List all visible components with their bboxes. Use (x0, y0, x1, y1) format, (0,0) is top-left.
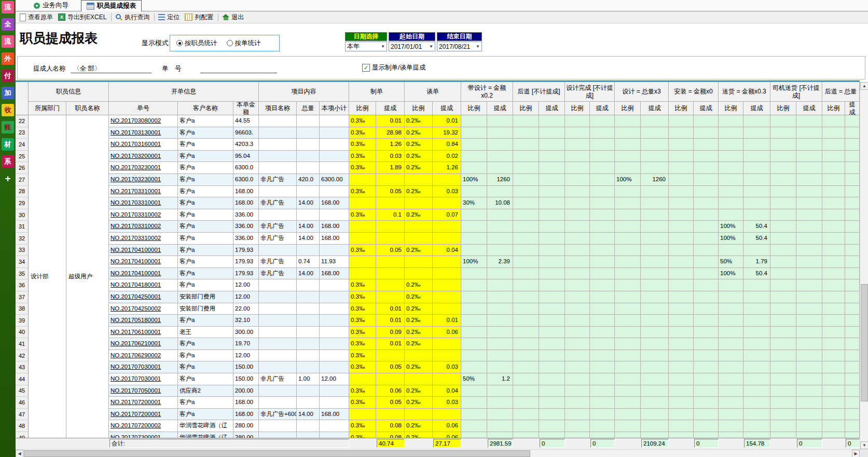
vertical-scroll-thumb[interactable] (861, 284, 868, 401)
vertical-scrollbar[interactable]: ▲ ▼ (860, 82, 868, 449)
cell-customer: 客户a (178, 279, 233, 291)
table-row: NO.201707200001客户a168.000.3‰0.050.2‰0.03 (109, 397, 860, 409)
header-col: 项目名称 (259, 102, 297, 115)
order-link[interactable]: NO.201707030001 (111, 375, 161, 382)
cell-houdao-ratio (513, 256, 539, 268)
order-link[interactable]: NO.201706210001 (111, 340, 161, 346)
cell-sheji-amount (641, 256, 669, 268)
sidebar-item-2[interactable]: 全 (2, 18, 14, 31)
cell-anzhuang-amount (694, 420, 719, 432)
date-combo[interactable]: 2017/08/21▼ (437, 42, 482, 51)
sidebar-item-7[interactable]: 收 (2, 104, 14, 116)
toolbar-button-3[interactable]: 执行查询 (113, 12, 153, 23)
cell-customer: 客户a (178, 233, 233, 245)
order-link[interactable]: NO.201707200002 (111, 422, 161, 428)
order-link[interactable]: NO.201704250002 (111, 305, 161, 312)
toolbar-button-1[interactable]: 查看原单 (18, 12, 56, 23)
date-combo[interactable]: 2017/01/01▼ (389, 42, 435, 51)
cell-zhidan-amount: 0.03 (376, 151, 405, 163)
order-link[interactable]: NO.201703310002 (111, 223, 161, 229)
totals-ratio-space (565, 438, 590, 449)
order-link[interactable]: NO.201704180001 (111, 281, 161, 288)
order-link[interactable]: NO.201703310001 (111, 199, 161, 206)
order-link[interactable]: NO.201707030001 (111, 364, 161, 370)
order-link[interactable]: NO.201703080002 (111, 117, 161, 124)
cell-shejiwc-ratio (565, 174, 590, 186)
order-link[interactable]: NO.201707200001 (111, 399, 161, 405)
sidebar-item-6[interactable]: 加 (2, 87, 14, 99)
scroll-up-icon[interactable]: ▲ (860, 82, 868, 90)
toolbar-button-2[interactable]: 导出到EXCEL (56, 12, 109, 23)
cell-project: 非凡广告 (259, 174, 297, 186)
order-link[interactable]: NO.201704100001 (111, 247, 161, 253)
cell-subtotal: 168.00 (320, 409, 349, 421)
order-link[interactable]: NO.201703130001 (111, 129, 161, 136)
totals-shejiwc-value: 0 (590, 439, 615, 448)
order-link[interactable]: NO.201704100001 (111, 270, 161, 276)
scroll-right-icon[interactable]: ▶ (852, 450, 860, 457)
sidebar-item-8[interactable]: 账 (2, 121, 14, 133)
sidebar-item-4[interactable]: 外 (2, 52, 14, 65)
cell-amount: 336.00 (233, 209, 259, 221)
order-link[interactable]: NO.201707200001 (111, 411, 161, 417)
cell-houdao-ratio (513, 197, 539, 209)
cell-anzhuang-amount (694, 245, 719, 257)
tab-business-wizard[interactable]: 业务向导 (29, 0, 74, 11)
radio-by-employee[interactable]: 按职员统计 (176, 39, 217, 48)
cell-siji-amount (796, 409, 822, 421)
order-link[interactable]: NO.201703310002 (111, 235, 161, 241)
order-link[interactable]: NO.201703310002 (111, 211, 161, 218)
cell-songhuo-ratio (719, 209, 743, 221)
cell-houdao2-ratio (822, 151, 845, 163)
order-link[interactable]: NO.201703160001 (111, 141, 161, 147)
cell-sheji-ratio (615, 256, 641, 268)
order-link[interactable]: NO.201707300001 (111, 434, 161, 438)
commission-person-value[interactable]: 〈全 部〉 (73, 64, 101, 73)
scroll-left-icon[interactable]: ◀ (16, 450, 23, 457)
sidebar-item-9[interactable]: 材 (2, 138, 14, 151)
show-commission-checkbox[interactable]: ✓ 显示制单/谈单提成 (362, 63, 425, 72)
cell-houdao-ratio (513, 350, 539, 362)
sidebar-item-5[interactable]: 付 (2, 70, 14, 82)
sidebar-item-1[interactable]: 流 (2, 1, 14, 14)
table-row: NO.201703160001客户a4203.30.3‰1.260.2‰0.84 (109, 139, 860, 151)
sidebar-item-3[interactable]: 流 (2, 35, 14, 48)
header-col: 职员名称 (66, 102, 109, 115)
toolbar-button-4[interactable]: 定位 (156, 12, 183, 23)
date-combo[interactable]: 本年▼ (345, 42, 387, 51)
toolbar-button-6[interactable]: 退出 (220, 12, 247, 23)
order-link[interactable]: NO.201703230001 (111, 176, 161, 182)
order-link[interactable]: NO.201706100001 (111, 329, 161, 335)
order-no-input[interactable] (200, 73, 277, 73)
totals-label-slot: 合计: (109, 438, 349, 449)
scroll-down-icon[interactable]: ▼ (860, 441, 868, 449)
sidebar-item-11[interactable]: + (2, 172, 14, 185)
header-col-ratio: 比例 (615, 102, 641, 115)
cell-shejiwc-ratio (565, 221, 590, 233)
order-link[interactable]: NO.201704100001 (111, 258, 161, 264)
tab-commission-report[interactable]: 职员提成报表 (81, 0, 142, 11)
order-link[interactable]: NO.201706290002 (111, 352, 161, 358)
toolbar-button-5[interactable]: 列配置 (183, 12, 216, 23)
cell-sheji-amount (641, 327, 669, 339)
sidebar-item-10[interactable]: 系 (2, 155, 14, 168)
order-link[interactable]: NO.201703200001 (111, 153, 161, 159)
order-link[interactable]: NO.201705180001 (111, 317, 161, 323)
order-link[interactable]: NO.201703230001 (111, 164, 161, 170)
cell-houdao-ratio (513, 127, 539, 139)
cell-shejiwc-ratio (565, 256, 590, 268)
header-col-ratio: 比例 (719, 102, 743, 115)
order-link[interactable]: NO.201704250001 (111, 293, 161, 300)
horizontal-scrollbar[interactable]: ◀ ▶ (16, 449, 860, 457)
radio-by-order[interactable]: 按单统计 (227, 39, 261, 48)
order-link[interactable]: NO.201707050001 (111, 387, 161, 394)
horizontal-scroll-thumb[interactable] (24, 450, 530, 457)
cell-anzhuang-amount (694, 221, 719, 233)
cell-project (259, 139, 297, 151)
cell-songhuo-ratio (719, 420, 743, 432)
cell-siji-amount (796, 268, 822, 280)
commission-person-underline[interactable] (71, 73, 151, 73)
cell-tandan-ratio: 0.2‰ (405, 420, 433, 432)
cell-sheji-amount (641, 162, 669, 174)
order-link[interactable]: NO.201703310001 (111, 188, 161, 194)
